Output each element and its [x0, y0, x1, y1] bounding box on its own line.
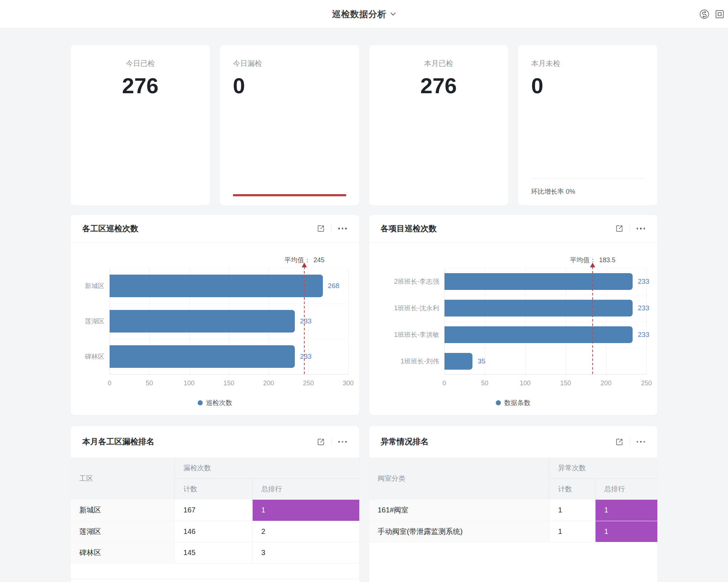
category-label: 2班班长-李志强	[380, 268, 439, 295]
x-axis-tick: 200	[601, 380, 612, 387]
more-icon[interactable]	[636, 440, 646, 444]
export-icon[interactable]	[316, 224, 325, 233]
gridline	[110, 268, 348, 268]
column-header: 总排行	[596, 479, 657, 500]
stat-label: 本月未检	[531, 58, 644, 68]
bar-value-label: 233	[300, 353, 312, 361]
x-axis-tick: 300	[343, 380, 353, 387]
table-title: 本月各工区漏检排名	[82, 436, 154, 447]
legend-label: 巡检次数	[206, 398, 232, 407]
rank-cell: 3	[252, 542, 359, 563]
dashboard-title-selector[interactable]: 巡检数据分析	[332, 8, 396, 20]
average-line	[304, 267, 305, 374]
column-header: 计数	[174, 479, 252, 500]
stat-value: 0	[233, 74, 346, 98]
chart-title: 各工区巡检次数	[82, 223, 138, 234]
divider	[531, 178, 644, 178]
bar-1班班长-沈永利[interactable]	[444, 300, 633, 316]
stat-value: 0	[531, 74, 644, 98]
rank-cell: 1	[596, 521, 657, 542]
bar-value-label: 35	[478, 357, 485, 365]
bar-value-label: 268	[328, 282, 340, 290]
export-icon[interactable]	[316, 437, 325, 447]
stat-value: 276	[382, 74, 495, 98]
divider	[630, 438, 630, 446]
legend-label: 数据条数	[504, 398, 530, 407]
bar-2班班长-李志强[interactable]	[444, 273, 633, 290]
row-name-cell: 莲湖区	[71, 521, 174, 542]
stat-card-today-inspected: 今日已检 276	[71, 45, 210, 205]
x-axis-tick: 0	[442, 380, 446, 387]
category-label: 1班班长-刘伟	[380, 348, 439, 374]
rank-cell: 2	[252, 521, 359, 542]
table-row[interactable]: 莲湖区1462	[71, 521, 359, 542]
legend-dot	[198, 400, 203, 405]
table-row[interactable]: 碑林区1453	[71, 542, 359, 563]
category-label: 碑林区	[82, 339, 104, 374]
bar-chart-projects: 平均值：183.523323323335050100150200250 数据条数…	[369, 243, 658, 415]
table-row[interactable]: 161#阀室11	[369, 500, 658, 521]
bar-1班班长-刘伟[interactable]	[444, 353, 473, 370]
bar-value-label: 233	[638, 331, 649, 339]
more-icon[interactable]	[636, 226, 646, 231]
gridline	[110, 374, 348, 375]
page-title: 巡检数据分析	[332, 8, 387, 20]
stat-card-month-unchecked: 本月未检 0 环比增长率 0%	[518, 45, 657, 205]
bar-莲湖区[interactable]	[110, 310, 295, 333]
anomaly-ranking-table: 阀室分类 异常次数 计数 总排行 161#阀室11手动阀室(带泄露监测系统)11	[369, 457, 658, 542]
column-header: 工区	[71, 457, 174, 500]
sync-icon[interactable]	[699, 9, 710, 20]
gridline	[110, 339, 348, 339]
row-name-cell: 手动阀室(带泄露监测系统)	[369, 521, 549, 542]
chart-plot-area: 268233233	[110, 268, 348, 374]
row-name-cell: 碑林区	[71, 542, 174, 563]
stat-label: 今日漏检	[233, 58, 346, 68]
table-title: 异常情况排名	[381, 436, 429, 447]
divider	[71, 579, 359, 579]
x-axis-tick: 150	[223, 380, 234, 387]
x-axis-tick: 0	[108, 380, 111, 387]
gridline	[444, 268, 647, 268]
x-axis-tick: 200	[263, 380, 274, 387]
category-label: 莲湖区	[82, 303, 104, 339]
bar-1班班长-李洪敏[interactable]	[444, 326, 633, 343]
gridline	[348, 268, 349, 374]
count-cell: 146	[174, 521, 252, 542]
group-header: 异常次数	[549, 457, 657, 479]
gridline	[444, 295, 647, 295]
stat-label: 本月已检	[382, 58, 495, 68]
chart-title: 各项目巡检次数	[381, 223, 437, 234]
count-cell: 1	[549, 521, 596, 542]
more-icon[interactable]	[337, 440, 348, 444]
average-line-arrow	[302, 263, 307, 267]
chart-plot-area: 23323323335	[444, 268, 647, 374]
chart-card-project-inspections: 各项目巡检次数 平均值：183.523323323335050100150200…	[369, 215, 658, 415]
row-name-cell: 161#阀室	[369, 500, 549, 521]
divider	[331, 225, 332, 233]
gridline	[444, 321, 647, 322]
x-axis-tick: 250	[303, 380, 314, 387]
fullscreen-icon[interactable]	[714, 9, 725, 20]
table-row[interactable]: 手动阀室(带泄露监测系统)11	[369, 521, 658, 542]
rank-cell: 1	[252, 500, 359, 521]
table-row[interactable]: 新城区1671	[71, 500, 359, 521]
category-label: 1班班长-沈永利	[380, 295, 439, 321]
bar-碑林区[interactable]	[110, 345, 295, 368]
gridline	[110, 303, 348, 304]
bar-value-label: 233	[638, 278, 649, 286]
legend-dot	[496, 400, 501, 405]
bar-新城区[interactable]	[110, 275, 323, 297]
flat-trend-line	[233, 194, 346, 196]
rank-cell: 1	[596, 500, 657, 521]
legend-item[interactable]: 巡检次数	[71, 398, 359, 407]
stat-value: 276	[84, 74, 197, 98]
legend-item[interactable]: 数据条数	[369, 398, 658, 407]
export-icon[interactable]	[615, 224, 624, 233]
count-cell: 145	[174, 542, 252, 563]
x-axis-tick: 50	[481, 380, 488, 387]
x-axis-tick: 50	[146, 380, 153, 387]
export-icon[interactable]	[615, 437, 624, 447]
average-line	[592, 267, 593, 374]
more-icon[interactable]	[337, 226, 348, 231]
app-header: 巡检数据分析	[0, 0, 728, 28]
